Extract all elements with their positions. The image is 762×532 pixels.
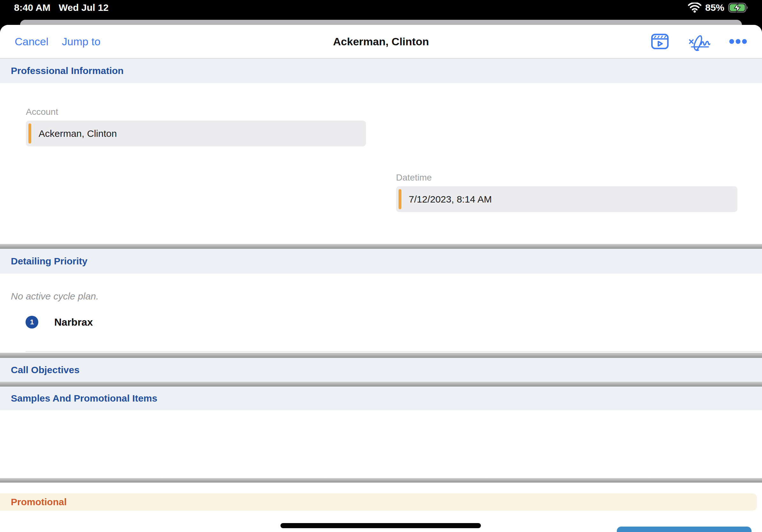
wifi-icon	[688, 3, 701, 13]
no-cycle-plan-note: No active cycle plan.	[11, 291, 99, 302]
section-title: Samples And Promotional Items	[11, 393, 157, 404]
required-field-accent	[29, 123, 31, 144]
section-header-promotional: Promotional	[0, 494, 757, 511]
section-header-samples-promotional: Samples And Promotional Items	[0, 386, 762, 410]
detailing-priority-body: No active cycle plan. 1 Narbrax	[0, 274, 762, 353]
section-title: Professional Information	[11, 65, 123, 76]
section-title: Promotional	[11, 497, 67, 507]
product-row[interactable]: 1 Narbrax	[26, 316, 93, 328]
spacer	[0, 483, 762, 494]
section-header-professional-information: Professional Information	[0, 59, 762, 83]
section-divider-shadow	[0, 244, 762, 249]
call-report-sheet: Cancel Jump to Ackerman, Clinton	[0, 25, 762, 532]
home-indicator[interactable]	[280, 523, 481, 528]
media-library-icon[interactable]	[651, 33, 669, 50]
samples-body	[0, 410, 762, 478]
datetime-label: Datetime	[396, 172, 737, 183]
status-time: 8:40 AM	[14, 2, 50, 13]
required-field-accent	[399, 189, 402, 209]
nav-bar: Cancel Jump to Ackerman, Clinton	[0, 25, 762, 59]
section-header-detailing-priority: Detailing Priority	[0, 249, 762, 274]
signature-icon[interactable]	[687, 31, 710, 52]
more-options-icon[interactable]	[729, 38, 747, 44]
professional-information-body: Account Ackerman, Clinton Datetime 7/12/…	[0, 83, 762, 244]
account-label: Account	[26, 106, 366, 117]
screen: 8:40 AM Wed Jul 12 85%	[0, 0, 762, 532]
account-field[interactable]: Ackerman, Clinton	[26, 120, 366, 146]
datetime-field[interactable]: 7/12/2023, 8:14 AM	[396, 186, 737, 212]
status-date: Wed Jul 12	[59, 2, 109, 13]
product-rank-badge: 1	[26, 316, 38, 328]
section-divider-shadow	[0, 353, 762, 358]
section-title: Detailing Priority	[11, 256, 87, 267]
page-title: Ackerman, Clinton	[0, 25, 762, 58]
battery-percent: 85%	[705, 2, 724, 13]
product-name: Narbrax	[54, 316, 93, 328]
section-header-call-objectives: Call Objectives	[0, 358, 762, 382]
row-divider	[26, 351, 762, 352]
section-divider-shadow	[0, 478, 762, 483]
battery-charging-icon	[728, 2, 749, 13]
section-divider-shadow	[0, 382, 762, 386]
bottom-action-button[interactable]	[617, 527, 751, 532]
datetime-value: 7/12/2023, 8:14 AM	[409, 194, 492, 205]
status-bar: 8:40 AM Wed Jul 12 85%	[0, 0, 762, 18]
account-value: Ackerman, Clinton	[38, 128, 117, 139]
section-title: Call Objectives	[11, 365, 79, 375]
